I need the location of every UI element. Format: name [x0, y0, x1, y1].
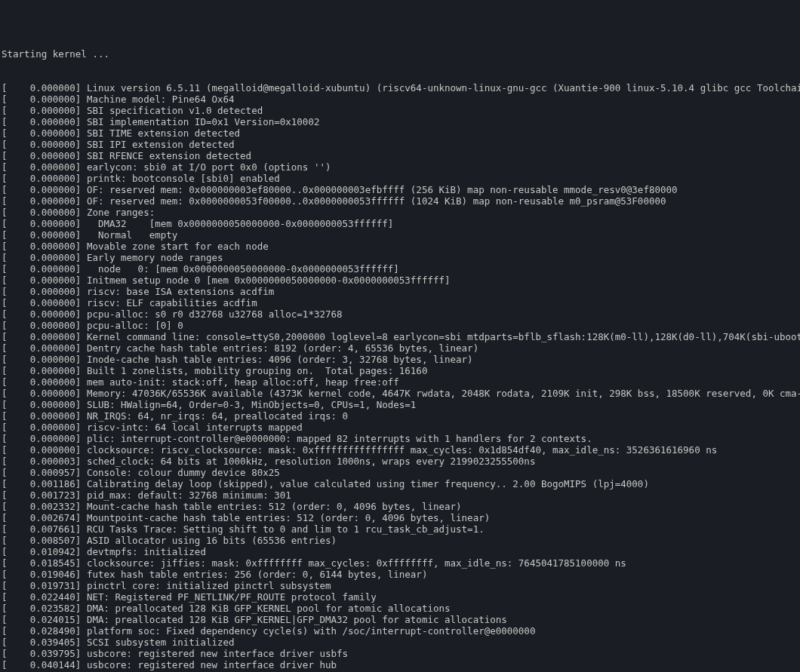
kernel-log-line: [ 0.039405] SCSI subsystem initialized — [2, 637, 798, 648]
kernel-log-line: [ 0.028490] platform soc: Fixed dependen… — [2, 625, 798, 637]
kernel-log-line: [ 0.001723] pid_max: default: 32768 mini… — [2, 489, 798, 501]
kernel-log-line: [ 0.000000] node 0: [mem 0x0000000050000… — [2, 263, 798, 275]
kernel-log-line: [ 0.000000] printk: bootconsole [sbi0] e… — [2, 173, 798, 184]
kernel-log-line: [ 0.000000] clocksource: riscv_clocksour… — [2, 444, 798, 456]
kernel-log-line: [ 0.000000] riscv-intc: 64 local interru… — [2, 422, 798, 433]
kernel-log-line: [ 0.000000] SBI TIME extension detected — [2, 127, 798, 139]
kernel-log-line: [ 0.002674] Mountpoint-cache hash table … — [2, 512, 798, 523]
kernel-log-line: [ 0.000000] pcpu-alloc: [0] 0 — [2, 320, 798, 331]
kernel-log-line: [ 0.000000] pcpu-alloc: s0 r0 d32768 u32… — [2, 308, 798, 320]
kernel-log-line: [ 0.000003] sched_clock: 64 bits at 1000… — [2, 456, 798, 467]
kernel-log-line: [ 0.019731] pinctrl core: initialized pi… — [2, 580, 798, 591]
kernel-start-header: Starting kernel ... — [2, 48, 798, 60]
kernel-log-line: [ 0.000000] SLUB: HWalign=64, Order=0-3,… — [2, 399, 798, 410]
kernel-log-line: [ 0.019046] futex hash table entries: 25… — [2, 569, 798, 580]
kernel-log-line: [ 0.022440] NET: Registered PF_NETLINK/P… — [2, 591, 798, 603]
kernel-log-output: [ 0.000000] Linux version 6.5.11 (megall… — [2, 82, 798, 672]
kernel-log-line: [ 0.000000] DMA32 [mem 0x000000005000000… — [2, 218, 798, 229]
kernel-log-line: [ 0.000000] Memory: 47036K/65536K availa… — [2, 388, 798, 399]
kernel-log-line: [ 0.000000] Dentry cache hash table entr… — [2, 342, 798, 354]
kernel-log-line: [ 0.007661] RCU Tasks Trace: Setting shi… — [2, 523, 798, 535]
kernel-log-line: [ 0.024015] DMA: preallocated 128 KiB GF… — [2, 614, 798, 625]
kernel-log-line: [ 0.002332] Mount-cache hash table entri… — [2, 501, 798, 512]
kernel-log-line: [ 0.000000] Built 1 zonelists, mobility … — [2, 365, 798, 376]
kernel-log-line: [ 0.000000] mem auto-init: stack:off, he… — [2, 376, 798, 388]
kernel-log-line: [ 0.000000] OF: reserved mem: 0x00000000… — [2, 195, 798, 207]
kernel-log-line: [ 0.000000] NR_IRQS: 64, nr_irqs: 64, pr… — [2, 410, 798, 422]
kernel-log-line: [ 0.018545] clocksource: jiffies: mask: … — [2, 557, 798, 569]
kernel-log-line: [ 0.023582] DMA: preallocated 128 KiB GF… — [2, 603, 798, 614]
kernel-log-line: [ 0.000000] Zone ranges: — [2, 207, 798, 218]
kernel-log-line: [ 0.000000] Movable zone start for each … — [2, 241, 798, 252]
kernel-log-line: [ 0.008507] ASID allocator using 16 bits… — [2, 535, 798, 546]
kernel-log-line: [ 0.039795] usbcore: registered new inte… — [2, 648, 798, 659]
kernel-log-line: [ 0.000000] Linux version 6.5.11 (megall… — [2, 82, 798, 94]
kernel-log-line: [ 0.040144] usbcore: registered new inte… — [2, 659, 798, 670]
kernel-log-line: [ 0.001186] Calibrating delay loop (skip… — [2, 478, 798, 489]
kernel-log-line: [ 0.000000] SBI IPI extension detected — [2, 139, 798, 150]
kernel-log-line: [ 0.000000] riscv: ELF capabilities acdf… — [2, 297, 798, 308]
kernel-log-line: [ 0.000000] plic: interrupt-controller@e… — [2, 433, 798, 444]
kernel-log-line: [ 0.000000] earlycon: sbi0 at I/O port 0… — [2, 161, 798, 173]
kernel-log-line: [ 0.000000] Kernel command line: console… — [2, 331, 798, 342]
kernel-log-line: [ 0.000000] Inode-cache hash table entri… — [2, 354, 798, 365]
kernel-log-line: [ 0.000000] Early memory node ranges — [2, 252, 798, 263]
kernel-log-line: [ 0.000000] riscv: base ISA extensions a… — [2, 286, 798, 297]
kernel-log-line: [ 0.000000] SBI specification v1.0 detec… — [2, 105, 798, 116]
kernel-log-line: [ 0.000000] Normal empty — [2, 229, 798, 241]
kernel-log-line: [ 0.000000] Machine model: Pine64 Ox64 — [2, 94, 798, 105]
kernel-log-line: [ 0.000957] Console: colour dummy device… — [2, 467, 798, 478]
kernel-log-line: [ 0.000000] SBI implementation ID=0x1 Ve… — [2, 116, 798, 127]
kernel-log-line: [ 0.010942] devtmpfs: initialized — [2, 546, 798, 557]
kernel-log-line: [ 0.000000] Initmem setup node 0 [mem 0x… — [2, 275, 798, 286]
kernel-log-line: [ 0.000000] OF: reserved mem: 0x00000000… — [2, 184, 798, 195]
kernel-log-line: [ 0.000000] SBI RFENCE extension detecte… — [2, 150, 798, 161]
